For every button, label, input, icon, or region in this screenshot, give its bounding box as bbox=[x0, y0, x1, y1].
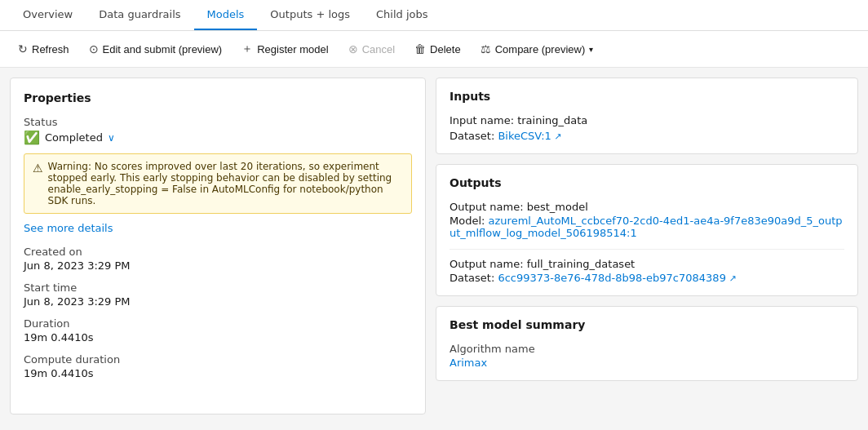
toolbar: ↻ Refresh ⊙ Edit and submit (preview) ＋ … bbox=[0, 31, 868, 68]
tab-data-guardrails[interactable]: Data guardrails bbox=[86, 0, 193, 30]
algorithm-label: Algorithm name bbox=[450, 343, 844, 355]
properties-title: Properties bbox=[24, 91, 412, 104]
created-on-value: Jun 8, 2023 3:29 PM bbox=[24, 259, 412, 272]
edit-submit-button[interactable]: ⊙ Edit and submit (preview) bbox=[81, 38, 231, 60]
warning-box: ⚠️ Warning: No scores improved over last… bbox=[24, 153, 412, 214]
dataset-label2: Dataset: bbox=[450, 272, 494, 284]
algorithm-link[interactable]: Arimax bbox=[450, 357, 487, 369]
refresh-button[interactable]: ↻ Refresh bbox=[10, 38, 78, 60]
created-on-label: Created on bbox=[24, 246, 412, 258]
plus-icon: ＋ bbox=[241, 42, 253, 56]
output2-name: Output name: full_training_dataset bbox=[450, 258, 844, 270]
start-time-value: Jun 8, 2023 3:29 PM bbox=[24, 295, 412, 308]
output-item-2: Output name: full_training_dataset Datas… bbox=[450, 258, 844, 284]
input-name-label: Input name: training_data bbox=[450, 114, 587, 126]
status-row: ✅ Completed ∨ bbox=[24, 130, 412, 145]
compare-icon: ⚖ bbox=[480, 42, 491, 55]
tab-models[interactable]: Models bbox=[194, 0, 258, 30]
status-label: Status bbox=[24, 116, 412, 128]
dataset-label: Dataset: bbox=[450, 130, 494, 142]
see-more-link[interactable]: See more details bbox=[24, 222, 412, 234]
inputs-panel: Inputs Input name: training_data Dataset… bbox=[436, 78, 858, 154]
play-circle-icon: ⊙ bbox=[89, 42, 99, 55]
duration-label: Duration bbox=[24, 317, 412, 330]
main-content: Properties Status ✅ Completed ∨ ⚠️ Warni… bbox=[0, 68, 868, 424]
inputs-title: Inputs bbox=[450, 90, 844, 103]
start-time-label: Start time bbox=[24, 281, 412, 294]
tab-child-jobs[interactable]: Child jobs bbox=[363, 0, 441, 30]
dataset-link[interactable]: BikeCSV:1 bbox=[498, 130, 561, 142]
delete-button[interactable]: 🗑 Delete bbox=[406, 38, 469, 60]
compute-duration-value: 19m 0.4410s bbox=[24, 367, 412, 379]
outputs-title: Outputs bbox=[450, 176, 844, 189]
tab-outputs-logs[interactable]: Outputs + logs bbox=[257, 0, 363, 30]
status-chevron-icon[interactable]: ∨ bbox=[108, 132, 115, 144]
compare-button[interactable]: ⚖ Compare (preview) ▾ bbox=[472, 38, 602, 60]
duration-value: 19m 0.4410s bbox=[24, 331, 412, 344]
best-model-panel: Best model summary Algorithm name Arimax bbox=[436, 306, 858, 381]
tab-bar: Overview Data guardrails Models Outputs … bbox=[0, 0, 868, 31]
trash-icon: 🗑 bbox=[414, 42, 426, 55]
cancel-button[interactable]: ⊗ Cancel bbox=[340, 38, 403, 60]
output1-name: Output name: best_model bbox=[450, 201, 844, 213]
warning-icon: ⚠️ bbox=[33, 162, 43, 206]
register-model-button[interactable]: ＋ Register model bbox=[233, 38, 336, 60]
properties-panel: Properties Status ✅ Completed ∨ ⚠️ Warni… bbox=[10, 78, 426, 414]
status-value: Completed bbox=[45, 131, 103, 144]
compute-duration-label: Compute duration bbox=[24, 353, 412, 366]
output-item-1: Output name: best_model Model: azureml_A… bbox=[450, 201, 844, 239]
dataset-link2[interactable]: 6cc99373-8e76-478d-8b98-eb97c7084389 bbox=[498, 272, 736, 284]
model-label: Model: bbox=[450, 215, 485, 227]
check-circle-icon: ✅ bbox=[24, 130, 40, 145]
outputs-panel: Outputs Output name: best_model Model: a… bbox=[436, 164, 858, 296]
refresh-icon: ↻ bbox=[18, 42, 28, 55]
model-link[interactable]: azureml_AutoML_ccbcef70-2cd0-4ed1-ae4a-9… bbox=[450, 215, 843, 239]
chevron-down-icon: ▾ bbox=[589, 45, 593, 54]
right-column: Inputs Input name: training_data Dataset… bbox=[436, 78, 858, 414]
best-model-title: Best model summary bbox=[450, 318, 844, 331]
cancel-icon: ⊗ bbox=[348, 42, 358, 55]
warning-text: Warning: No scores improved over last 20… bbox=[48, 161, 403, 206]
tab-overview[interactable]: Overview bbox=[10, 0, 86, 30]
